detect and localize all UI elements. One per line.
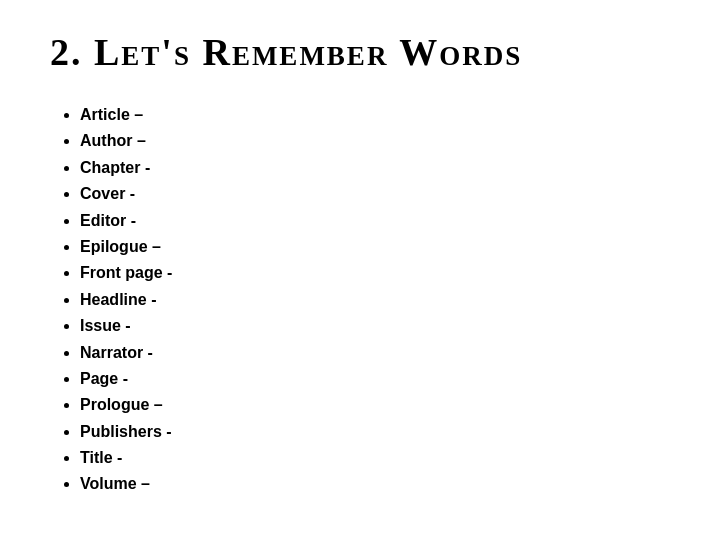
list-item: Front page - (80, 260, 670, 286)
list-item: Volume – (80, 471, 670, 497)
list-item: Title - (80, 445, 670, 471)
list-item: Prologue – (80, 392, 670, 418)
list-item: Publishers - (80, 419, 670, 445)
list-item: Cover - (80, 181, 670, 207)
list-item: Page - (80, 366, 670, 392)
list-item: Chapter - (80, 155, 670, 181)
list-item: Epilogue – (80, 234, 670, 260)
list-item: Headline - (80, 287, 670, 313)
list-item: Issue - (80, 313, 670, 339)
page-title: 2. Let's Remember Words (50, 30, 670, 74)
word-list: Article –Author –Chapter -Cover -Editor … (50, 102, 670, 498)
list-item: Author – (80, 128, 670, 154)
list-item: Narrator - (80, 340, 670, 366)
list-item: Editor - (80, 208, 670, 234)
page: 2. Let's Remember Words Article –Author … (0, 0, 720, 540)
list-item: Article – (80, 102, 670, 128)
